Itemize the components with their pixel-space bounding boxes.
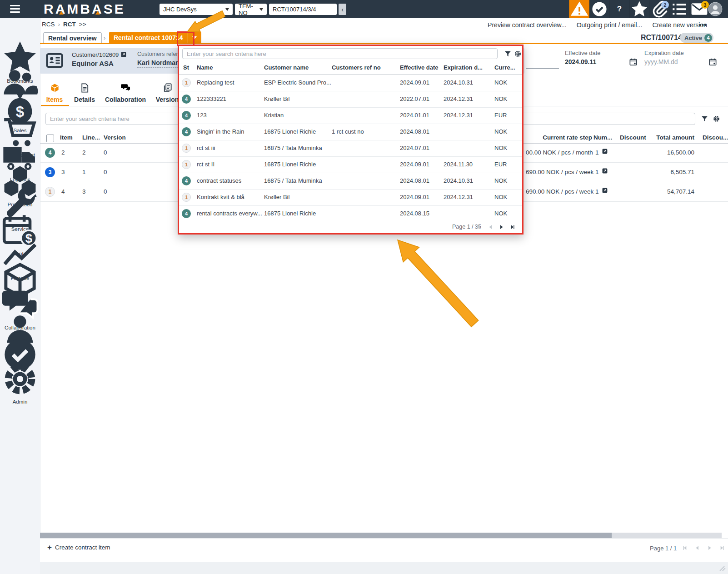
effective-date-field[interactable]: 2024.09.11 (565, 58, 625, 67)
picker-row[interactable]: 4 rental contracts everyw... 16875 Lione… (179, 205, 522, 222)
col-item[interactable]: Item (60, 134, 73, 141)
picker-effective-cell: 2022.07.01 (400, 95, 429, 102)
picker-ref-cell: 1 rct cust no (332, 128, 364, 135)
col-num[interactable]: Num... (593, 134, 612, 141)
tab-details[interactable]: Details (71, 83, 98, 103)
picker-expiration-cell: 2024.10.31 (444, 177, 473, 184)
gear-icon[interactable] (514, 50, 522, 60)
calendar-icon[interactable] (708, 58, 717, 68)
favorites-button[interactable] (629, 0, 649, 18)
picker-currency-cell: NOK (494, 128, 507, 135)
locale-select[interactable]: TEM-NO (235, 4, 267, 15)
picker-effective-cell: 2024.07.01 (400, 145, 429, 151)
warning-icon (569, 0, 589, 19)
chevron-down-icon (225, 8, 229, 11)
picker-row[interactable]: 1 rct st II 16875 Lionel Richie 2024.09.… (179, 156, 522, 173)
line-cell: 1 (82, 169, 86, 175)
line-cell: 2 (82, 149, 86, 156)
rate-cell: 00.00 NOK / pcs / month (526, 149, 593, 156)
calendar-icon[interactable] (629, 58, 638, 68)
scrollbar-thumb[interactable] (40, 533, 612, 538)
picker-row[interactable]: 1 rct st iii 16875 / Tata Muminka 2024.0… (179, 140, 522, 157)
col-version[interactable]: Version (104, 134, 126, 141)
picker-col-name[interactable]: Name (197, 64, 213, 71)
picker-col-curre[interactable]: Curre... (494, 64, 515, 71)
picker-row[interactable]: 1 Replacing test ESP Electric Sound Pro.… (179, 75, 522, 91)
picker-currency-cell: NOK (494, 177, 507, 184)
picker-effective-cell: 2024.08.15 (400, 210, 429, 217)
picker-col-effective-date[interactable]: Effective date (400, 64, 439, 71)
col-current-rate-step[interactable]: Current rate step (523, 134, 592, 141)
action-preview-contract-overview[interactable]: Preview contract overview... (488, 21, 567, 29)
action-outgoing-print-email[interactable]: Outgoing print / email... (577, 21, 643, 29)
create-contract-item-button[interactable]: + Create contract item (47, 544, 110, 551)
picker-row[interactable]: 4 Singin' in the Rain 16875 Lionel Richi… (179, 124, 522, 140)
first-page-icon[interactable] (475, 224, 482, 230)
picker-table-header: StNameCustomer nameCustomers ref noEffec… (179, 64, 522, 74)
customer-id-link[interactable]: Customer/102609 (72, 51, 127, 58)
external-link-icon[interactable] (602, 149, 608, 155)
picker-col-expiration-d[interactable]: Expiration d... (444, 64, 483, 71)
picker-name-cell: Kontrakt kvit & blå (197, 194, 244, 200)
tab-collaboration[interactable]: Collaboration (101, 83, 150, 103)
picker-customer-cell: 16875 / Tata Muminka (264, 177, 322, 184)
last-page-icon[interactable] (509, 224, 516, 230)
picker-currency-cell: EUR (494, 161, 507, 168)
expiration-date-field[interactable]: yyyy.MM.dd (644, 58, 704, 67)
external-link-icon[interactable] (602, 188, 608, 194)
picker-row[interactable]: 4 123 Kristian 2024.01.01 2024.12.31 EUR (179, 107, 522, 124)
select-all-checkbox[interactable] (46, 135, 54, 142)
prev-page-icon[interactable] (487, 224, 494, 230)
tab-items[interactable]: Items (42, 83, 67, 103)
picker-name-cell: rental contracts everyw... (197, 210, 262, 217)
breadcrumb-rcs[interactable]: RCS (42, 21, 55, 28)
col-line[interactable]: Line... (82, 134, 100, 141)
top-bar: RAMBASE JHC DevSys TEM-NO ‹ ? 2 (0, 0, 728, 18)
customer-reference-field[interactable]: Kari Nordmann (137, 59, 183, 68)
customer-name: Equinor ASA (72, 60, 114, 67)
approvals-button[interactable] (589, 0, 609, 18)
filter-icon[interactable] (504, 50, 512, 60)
tab-label: Items (42, 96, 67, 103)
more-actions-button[interactable]: ••• (699, 21, 707, 29)
create-contract-item-label: Create contract item (55, 544, 110, 551)
breadcrumb-rct[interactable]: RCT (63, 21, 76, 28)
external-link-icon[interactable] (602, 168, 608, 174)
system-alerts-button[interactable] (569, 0, 589, 18)
environment-select[interactable]: JHC DevSys (160, 4, 233, 15)
picker-effective-cell: 2024.08.01 (400, 128, 429, 135)
next-page-icon[interactable] (498, 224, 505, 230)
filter-icon[interactable] (701, 115, 708, 125)
attachments-count-badge: 2 (661, 1, 669, 9)
picker-effective-cell: 2024.09.01 (400, 194, 429, 200)
next-page-icon[interactable] (706, 544, 713, 551)
external-link-icon[interactable] (121, 52, 127, 58)
picker-col-st[interactable]: St (183, 64, 189, 71)
picker-col-customers-ref-no[interactable]: Customers ref no (332, 64, 381, 71)
version-cell: 0 (104, 169, 107, 175)
sidebar-item-admin[interactable]: Admin (0, 359, 40, 404)
first-page-icon[interactable] (682, 544, 688, 551)
picker-row[interactable]: 4 contract statuses 16875 / Tata Muminka… (179, 173, 522, 190)
col-discount-2[interactable]: Discou... (703, 134, 728, 141)
picker-customer-cell: ESP Electric Sound Pro... (264, 79, 331, 86)
picker-row[interactable]: 4 122333221 Krøller Bil 2022.07.01 2024.… (179, 91, 522, 108)
picker-name-cell: Singin' in the Rain (197, 128, 244, 135)
prev-page-icon[interactable] (694, 544, 701, 551)
picker-row[interactable]: 1 Kontrakt kvit & blå Krøller Bil 2024.0… (179, 189, 522, 206)
user-avatar[interactable] (708, 2, 723, 16)
hamburger-menu-icon[interactable] (10, 5, 20, 13)
task-list-button[interactable] (669, 0, 689, 18)
picker-expiration-cell: 2024.10.31 (444, 79, 473, 86)
document-ref-input[interactable] (269, 4, 337, 15)
horizontal-scrollbar[interactable] (40, 533, 722, 538)
last-page-icon[interactable] (718, 544, 725, 551)
breadcrumb-expander[interactable]: >> (79, 21, 86, 28)
help-button[interactable]: ? (609, 0, 629, 18)
picker-search-input[interactable] (182, 48, 498, 59)
picker-col-customer-name[interactable]: Customer name (264, 64, 309, 71)
picker-effective-cell: 2024.01.01 (400, 112, 429, 119)
col-total-amount[interactable]: Total amount (640, 134, 694, 141)
history-back-button[interactable]: ‹ (339, 4, 346, 15)
gear-icon[interactable] (713, 115, 720, 125)
